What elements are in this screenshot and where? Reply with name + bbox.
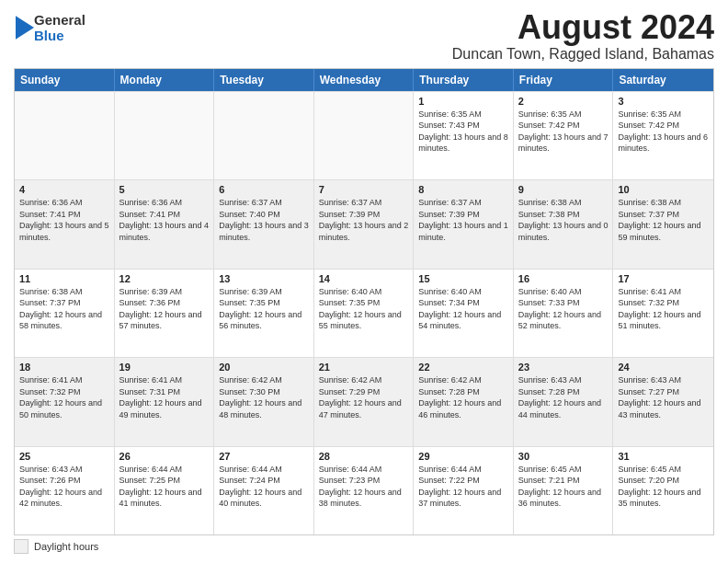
- day-detail: Sunrise: 6:38 AM Sunset: 7:38 PM Dayligh…: [518, 197, 609, 243]
- calendar-cell: 20Sunrise: 6:42 AM Sunset: 7:30 PM Dayli…: [214, 358, 314, 445]
- day-number: 31: [618, 451, 709, 462]
- day-detail: Sunrise: 6:40 AM Sunset: 7:33 PM Dayligh…: [518, 286, 609, 332]
- day-detail: Sunrise: 6:45 AM Sunset: 7:20 PM Dayligh…: [618, 464, 709, 510]
- day-number: 30: [518, 451, 609, 462]
- calendar-cell: 23Sunrise: 6:43 AM Sunset: 7:28 PM Dayli…: [514, 358, 614, 445]
- calendar-cell: [314, 92, 415, 179]
- day-detail: Sunrise: 6:37 AM Sunset: 7:39 PM Dayligh…: [319, 197, 409, 243]
- logo-blue: Blue: [34, 29, 85, 44]
- calendar-cell: 1Sunrise: 6:35 AM Sunset: 7:43 PM Daylig…: [414, 92, 514, 179]
- day-detail: Sunrise: 6:42 AM Sunset: 7:30 PM Dayligh…: [219, 374, 309, 420]
- day-detail: Sunrise: 6:44 AM Sunset: 7:24 PM Dayligh…: [219, 464, 309, 510]
- day-detail: Sunrise: 6:41 AM Sunset: 7:32 PM Dayligh…: [618, 286, 709, 332]
- calendar-cell: 31Sunrise: 6:45 AM Sunset: 7:20 PM Dayli…: [613, 447, 713, 534]
- day-detail: Sunrise: 6:43 AM Sunset: 7:28 PM Dayligh…: [518, 374, 609, 420]
- day-number: 19: [119, 362, 210, 373]
- day-number: 20: [219, 362, 309, 373]
- day-detail: Sunrise: 6:40 AM Sunset: 7:35 PM Dayligh…: [319, 286, 409, 332]
- calendar-cell: [15, 92, 115, 179]
- day-number: 16: [518, 273, 609, 284]
- calendar-cell: [115, 92, 215, 179]
- day-detail: Sunrise: 6:44 AM Sunset: 7:22 PM Dayligh…: [418, 464, 508, 510]
- calendar-cell: 11Sunrise: 6:38 AM Sunset: 7:37 PM Dayli…: [15, 270, 115, 357]
- day-number: 27: [219, 451, 309, 462]
- calendar-cell: 6Sunrise: 6:37 AM Sunset: 7:40 PM Daylig…: [214, 180, 314, 268]
- day-detail: Sunrise: 6:38 AM Sunset: 7:37 PM Dayligh…: [19, 286, 109, 332]
- day-detail: Sunrise: 6:37 AM Sunset: 7:40 PM Dayligh…: [219, 197, 309, 243]
- footer: Daylight hours: [14, 539, 714, 554]
- calendar-week: 1Sunrise: 6:35 AM Sunset: 7:43 PM Daylig…: [15, 91, 713, 179]
- calendar-cell: 28Sunrise: 6:44 AM Sunset: 7:23 PM Dayli…: [314, 447, 415, 534]
- day-detail: Sunrise: 6:44 AM Sunset: 7:23 PM Dayligh…: [319, 464, 409, 510]
- day-number: 28: [319, 451, 409, 462]
- logo-general: General: [34, 13, 85, 29]
- calendar-cell: 16Sunrise: 6:40 AM Sunset: 7:33 PM Dayli…: [514, 270, 614, 357]
- day-detail: Sunrise: 6:38 AM Sunset: 7:37 PM Dayligh…: [618, 197, 709, 243]
- calendar-week: 11Sunrise: 6:38 AM Sunset: 7:37 PM Dayli…: [15, 269, 713, 357]
- day-detail: Sunrise: 6:35 AM Sunset: 7:42 PM Dayligh…: [618, 109, 709, 155]
- calendar-cell: 18Sunrise: 6:41 AM Sunset: 7:32 PM Dayli…: [15, 358, 115, 445]
- footer-daylight-box: [14, 539, 28, 554]
- calendar-cell: 19Sunrise: 6:41 AM Sunset: 7:31 PM Dayli…: [115, 358, 215, 445]
- calendar-cell: 3Sunrise: 6:35 AM Sunset: 7:42 PM Daylig…: [613, 92, 713, 179]
- day-number: 6: [219, 184, 309, 195]
- calendar-header-cell: Friday: [514, 69, 614, 91]
- day-number: 15: [418, 273, 508, 284]
- day-number: 8: [418, 184, 508, 195]
- day-detail: Sunrise: 6:41 AM Sunset: 7:31 PM Dayligh…: [119, 374, 210, 420]
- subtitle: Duncan Town, Ragged Island, Bahamas: [452, 46, 714, 63]
- day-number: 25: [19, 451, 109, 462]
- calendar-header-cell: Wednesday: [314, 69, 415, 91]
- day-detail: Sunrise: 6:35 AM Sunset: 7:43 PM Dayligh…: [418, 109, 508, 155]
- day-detail: Sunrise: 6:36 AM Sunset: 7:41 PM Dayligh…: [119, 197, 210, 243]
- calendar-header-cell: Monday: [115, 69, 215, 91]
- day-number: 17: [618, 273, 709, 284]
- day-number: 4: [19, 184, 109, 195]
- page: General Blue August 2024 Duncan Town, Ra…: [0, 0, 728, 563]
- day-detail: Sunrise: 6:36 AM Sunset: 7:41 PM Dayligh…: [19, 197, 109, 243]
- calendar-cell: 7Sunrise: 6:37 AM Sunset: 7:39 PM Daylig…: [314, 180, 415, 268]
- day-number: 18: [19, 362, 109, 373]
- calendar-cell: 4Sunrise: 6:36 AM Sunset: 7:41 PM Daylig…: [15, 180, 115, 268]
- calendar-header-cell: Thursday: [414, 69, 514, 91]
- calendar-cell: 2Sunrise: 6:35 AM Sunset: 7:42 PM Daylig…: [514, 92, 614, 179]
- day-number: 11: [19, 273, 109, 284]
- calendar-cell: 27Sunrise: 6:44 AM Sunset: 7:24 PM Dayli…: [214, 447, 314, 534]
- calendar-cell: 9Sunrise: 6:38 AM Sunset: 7:38 PM Daylig…: [514, 180, 614, 268]
- day-number: 3: [618, 96, 709, 107]
- day-detail: Sunrise: 6:37 AM Sunset: 7:39 PM Dayligh…: [418, 197, 508, 243]
- day-detail: Sunrise: 6:40 AM Sunset: 7:34 PM Dayligh…: [418, 286, 508, 332]
- day-number: 23: [518, 362, 609, 373]
- day-detail: Sunrise: 6:41 AM Sunset: 7:32 PM Dayligh…: [19, 374, 109, 420]
- day-detail: Sunrise: 6:45 AM Sunset: 7:21 PM Dayligh…: [518, 464, 609, 510]
- day-number: 12: [119, 273, 210, 284]
- day-detail: Sunrise: 6:44 AM Sunset: 7:25 PM Dayligh…: [119, 464, 210, 510]
- day-detail: Sunrise: 6:42 AM Sunset: 7:28 PM Dayligh…: [418, 374, 508, 420]
- day-number: 10: [618, 184, 709, 195]
- day-number: 2: [518, 96, 609, 107]
- day-detail: Sunrise: 6:43 AM Sunset: 7:26 PM Dayligh…: [19, 464, 109, 510]
- day-detail: Sunrise: 6:42 AM Sunset: 7:29 PM Dayligh…: [319, 374, 409, 420]
- calendar: SundayMondayTuesdayWednesdayThursdayFrid…: [14, 68, 714, 535]
- calendar-cell: 22Sunrise: 6:42 AM Sunset: 7:28 PM Dayli…: [414, 358, 514, 445]
- calendar-cell: 5Sunrise: 6:36 AM Sunset: 7:41 PM Daylig…: [115, 180, 215, 268]
- calendar-week: 18Sunrise: 6:41 AM Sunset: 7:32 PM Dayli…: [15, 357, 713, 445]
- day-number: 29: [418, 451, 508, 462]
- calendar-cell: 13Sunrise: 6:39 AM Sunset: 7:35 PM Dayli…: [214, 270, 314, 357]
- calendar-header-cell: Tuesday: [214, 69, 314, 91]
- calendar-body: 1Sunrise: 6:35 AM Sunset: 7:43 PM Daylig…: [15, 91, 713, 534]
- day-detail: Sunrise: 6:35 AM Sunset: 7:42 PM Dayligh…: [518, 109, 609, 155]
- calendar-header-cell: Sunday: [15, 69, 115, 91]
- calendar-cell: 29Sunrise: 6:44 AM Sunset: 7:22 PM Dayli…: [414, 447, 514, 534]
- day-number: 7: [319, 184, 409, 195]
- calendar-header-row: SundayMondayTuesdayWednesdayThursdayFrid…: [15, 69, 713, 91]
- title-block: August 2024 Duncan Town, Ragged Island, …: [452, 9, 714, 63]
- calendar-week: 4Sunrise: 6:36 AM Sunset: 7:41 PM Daylig…: [15, 179, 713, 268]
- main-title: August 2024: [452, 9, 714, 46]
- calendar-cell: 30Sunrise: 6:45 AM Sunset: 7:21 PM Dayli…: [514, 447, 614, 534]
- day-detail: Sunrise: 6:43 AM Sunset: 7:27 PM Dayligh…: [618, 374, 709, 420]
- calendar-cell: 25Sunrise: 6:43 AM Sunset: 7:26 PM Dayli…: [15, 447, 115, 534]
- calendar-cell: [214, 92, 314, 179]
- logo-icon: [16, 16, 34, 41]
- day-number: 1: [418, 96, 508, 107]
